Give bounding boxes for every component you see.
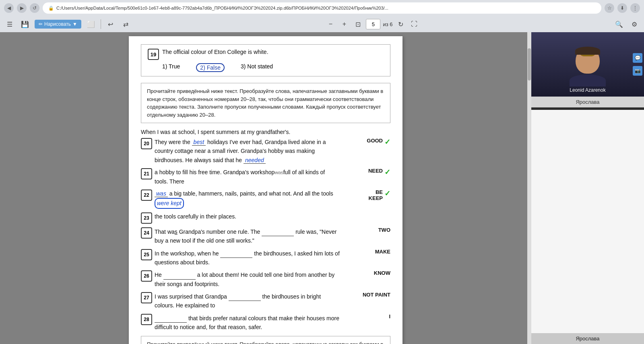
chat-name-box: Ярослава [531, 97, 644, 107]
page-total-label: из 6 [383, 21, 392, 27]
ex23-text: the tools carefully in their places. [155, 212, 340, 221]
ex22-num: 22 [141, 190, 152, 201]
avatar [572, 36, 604, 68]
ex26-hint-text: KNOW [374, 270, 390, 276]
forward-button[interactable]: ▶ [17, 3, 27, 13]
ex24-hint-text: TWO [378, 227, 390, 233]
exercise-28: 28 that birds prefer natural colours tha… [141, 313, 390, 332]
exercise-23: 23 the tools carefully in their places. [141, 212, 390, 224]
ex27-blank[interactable] [229, 292, 261, 301]
ex23-answer-circled[interactable]: were kept [155, 198, 184, 208]
video-feed: Leonid Azarenok 💬 📷 [531, 32, 644, 97]
video-icon-2[interactable]: 📷 [633, 66, 642, 76]
q19-options: 1) True 2) False 3) Not stated [162, 63, 384, 72]
ex28-text: that birds prefer natural colours that m… [155, 313, 340, 332]
instructions2-text: Прочитайте приведённый ниже текст. Преоб… [147, 341, 383, 344]
video-icon-1[interactable]: 💬 [633, 53, 642, 63]
video-person-name: Leonid Azarenok [531, 86, 644, 93]
ex25-text: In the workshop, when he the birdhouses,… [155, 249, 340, 267]
intro-sentence: When I was at school, I spent summers at… [141, 129, 390, 135]
exercise-20: 20 They were the best holidays I've ever… [141, 138, 390, 165]
exercise-21: 21 a hobby to fill his free time. Grandp… [141, 168, 390, 186]
separator1 [101, 19, 101, 29]
browser-top-bar: ◀ ▶ ↺ 🔒 C:/Users/User/AppData/Local/Temp… [0, 0, 644, 16]
ex26-blank[interactable] [163, 270, 196, 279]
zoom-out-button[interactable]: − [325, 19, 336, 30]
bookmark-button[interactable]: ☆ [605, 3, 614, 13]
exercise-22: 22 was a big table, hammers, nails, pain… [141, 189, 390, 209]
ex24-blank[interactable] [262, 227, 294, 236]
save-button[interactable]: 💾 [19, 19, 31, 30]
ex21-hint: NEED ✓ [342, 168, 390, 177]
q19-opt2-selected[interactable]: 2) False [196, 63, 225, 72]
video-side-icons: 💬 📷 [633, 53, 642, 76]
refresh-button[interactable]: ↺ [30, 3, 39, 13]
search-button[interactable]: 🔍 [613, 19, 625, 30]
ex24-num: 24 [141, 227, 152, 239]
pencil-icon: ✏ [39, 21, 43, 27]
swap-button[interactable]: ⇄ [120, 19, 132, 30]
ex22-text: was a big table, hammers, nails, paints,… [155, 189, 340, 209]
ex25-num: 25 [141, 249, 152, 260]
ex28-hint: I [342, 313, 390, 319]
pdf-viewer: 19 The official colour of Eton College i… [0, 32, 531, 344]
chat-area [531, 110, 644, 333]
ex20-checkmark: ✓ [384, 138, 390, 146]
browser-chrome: ◀ ▶ ↺ 🔒 C:/Users/User/AppData/Local/Temp… [0, 0, 644, 32]
more-button[interactable]: ⋮ [630, 3, 640, 13]
ex25-blank[interactable] [220, 249, 252, 258]
url-text: C:/Users/User/AppData/Local/Temp/500e61c… [56, 6, 596, 10]
person-name-text: Leonid Azarenok [570, 87, 605, 93]
exercise-24: 24 That was Grandpa's number one rule. T… [141, 227, 390, 245]
main-area: 19 The official colour of Eton College i… [0, 32, 644, 344]
page-content: 19 The official colour of Eton College i… [129, 36, 402, 344]
ex28-hint-text: I [389, 313, 390, 319]
ex28-blank[interactable] [155, 313, 187, 323]
crossed-was: was [275, 170, 283, 175]
eraser-button[interactable]: ⬜ [85, 19, 97, 30]
download-button[interactable]: ⬇ [617, 3, 627, 13]
ex26-hint: KNOW [342, 270, 390, 276]
q19-opt3[interactable]: 3) Not stated [241, 63, 273, 72]
lock-icon: 🔒 [48, 6, 54, 11]
chat-name-text: Ярослава [576, 99, 599, 105]
ex22-answer[interactable]: was [155, 190, 168, 197]
ex21-num: 21 [141, 168, 152, 179]
ex27-num: 27 [141, 292, 152, 303]
ex27-hint: NOT PAINT [342, 292, 390, 298]
bottom-name-label: Ярослава [531, 333, 644, 344]
fit-page-button[interactable]: ⊡ [352, 19, 363, 30]
rotate-button[interactable]: ↻ [395, 19, 406, 30]
ex21-answer-inline[interactable]: needed [244, 157, 266, 164]
ex20-num: 20 [141, 138, 152, 149]
back-button[interactable]: ◀ [4, 3, 14, 13]
fullscreen-button[interactable]: ⛶ [409, 19, 420, 30]
pdf-scrollbar-track[interactable] [527, 32, 531, 344]
q19-opt1[interactable]: 1) True [162, 63, 180, 72]
exercise-25: 25 In the workshop, when he the birdhous… [141, 249, 390, 267]
exercise-27: 27 I was surprised that Grandpa the bird… [141, 292, 390, 310]
undo-button[interactable]: ↩ [105, 19, 116, 30]
ex25-hint: MAKE [342, 249, 390, 255]
page-navigation: − + ⊡ из 6 ↻ ⛶ [325, 19, 420, 30]
ex24-text: That was Grandpa's number one rule. The … [155, 227, 340, 245]
ex20-text: They were the best holidays I've ever ha… [155, 138, 340, 165]
person-face [576, 47, 600, 74]
q19-text: The official colour of Eton College is w… [162, 49, 384, 55]
ex22-hint: BEKEEP ✓ [342, 189, 390, 201]
zoom-in-button[interactable]: + [339, 19, 350, 30]
draw-label: Нарисовать [44, 21, 71, 27]
person-hair [575, 47, 600, 55]
instructions1-text: Прочитайте приведённый ниже текст. Преоб… [147, 88, 383, 118]
ex26-num: 26 [141, 270, 152, 282]
draw-button[interactable]: ✏ Нарисовать ▼ [35, 20, 81, 29]
settings-button[interactable]: ⚙ [629, 19, 640, 30]
address-bar[interactable]: 🔒 C:/Users/User/AppData/Local/Temp/500e6… [43, 2, 601, 14]
sidebar-toggle-button[interactable]: ☰ [4, 19, 15, 30]
ex20-hint: GOOD ✓ [342, 138, 390, 146]
page-number-input[interactable] [366, 19, 380, 29]
question-19-box: 19 The official colour of Eton College i… [141, 44, 390, 76]
ex20-answer[interactable]: best [192, 139, 206, 146]
q19-row: 19 The official colour of Eton College i… [148, 49, 384, 60]
pdf-scrollbar-thumb[interactable] [528, 48, 531, 80]
